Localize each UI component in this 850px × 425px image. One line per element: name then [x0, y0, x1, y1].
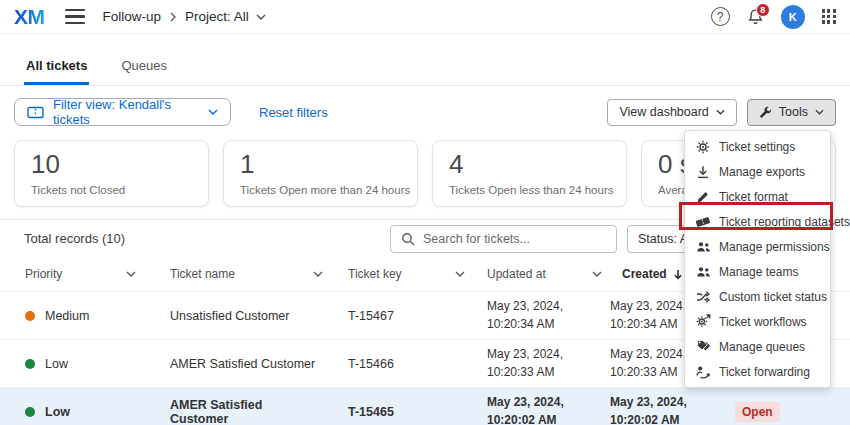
menu-item-ticket-workflows[interactable]: Ticket workflows [685, 309, 830, 334]
breadcrumb-section[interactable]: Follow-up [103, 9, 162, 24]
stat-value: 10 [31, 150, 192, 179]
chevron-down-icon[interactable] [126, 271, 136, 277]
stat-label: Tickets Open more than 24 hours [240, 184, 401, 196]
menu-item-label: Ticket reporting datasets [719, 215, 850, 229]
tools-label: Tools [779, 105, 808, 119]
column-label: Ticket key [348, 267, 402, 281]
column-header-updated-at[interactable]: Updated at [481, 267, 616, 281]
chevron-down-icon [208, 109, 218, 115]
wrench-icon [759, 106, 772, 119]
menu-item-label: Ticket settings [719, 140, 795, 154]
column-label: Created [622, 267, 667, 281]
ticket-tabs: All tickets Queues [0, 34, 850, 86]
column-label: Updated at [487, 267, 546, 281]
tab-queues[interactable]: Queues [119, 58, 169, 85]
chevron-down-icon[interactable] [455, 271, 465, 277]
search-input[interactable] [423, 232, 606, 246]
menu-item-label: Manage queues [719, 340, 805, 354]
search-icon [401, 232, 415, 246]
chevron-down-icon[interactable] [592, 271, 602, 277]
help-icon[interactable]: ? [711, 7, 730, 26]
updated-at-cell: May 23, 2024, 10:20:34 AM [481, 298, 604, 333]
menu-item-label: Ticket format [719, 190, 788, 204]
ticket-icon [27, 106, 44, 119]
stat-card-open-more-24h: 1 Tickets Open more than 24 hours [223, 140, 418, 207]
menu-item-label: Manage exports [719, 165, 805, 179]
chevron-down-icon [256, 14, 266, 20]
hamburger-menu-icon[interactable] [65, 9, 85, 24]
ticket-name-cell: Unsatisfied Customer [154, 309, 341, 323]
updated-at-cell: May 23, 2024, 10:20:33 AM [481, 346, 604, 381]
menu-item-label: Ticket forwarding [719, 365, 810, 379]
stat-card-open-less-24h: 4 Tickets Open less than 24 hours [432, 140, 627, 207]
tags-icon [695, 339, 711, 354]
people-icon [695, 239, 711, 254]
column-header-ticket-key[interactable]: Ticket key [341, 267, 481, 281]
shuffle-icon [695, 289, 711, 304]
status-cell: Open [727, 402, 836, 422]
gear-arrow-icon [695, 314, 711, 329]
sort-descending-icon [673, 269, 683, 280]
app-grid-icon[interactable] [822, 9, 836, 23]
stat-value: 1 [240, 150, 401, 179]
priority-cell: Medium [14, 309, 154, 323]
ticket-key-cell: T-15465 [341, 405, 481, 419]
priority-dot [25, 407, 35, 417]
ticket-name-cell: AMER Satisfied Customer [154, 357, 341, 371]
download-icon [695, 164, 711, 179]
menu-item-manage-queues[interactable]: Manage queues [685, 334, 830, 359]
stat-card-not-closed: 10 Tickets not Closed [14, 140, 209, 207]
column-header-priority[interactable]: Priority [14, 267, 154, 281]
breadcrumb: Follow-up Project: All [103, 9, 266, 24]
ticket-key-cell: T-15466 [341, 357, 481, 371]
ticket-key-cell: T-15467 [341, 309, 481, 323]
tab-all-tickets[interactable]: All tickets [24, 58, 89, 85]
search-box[interactable] [390, 225, 617, 253]
chevron-right-icon [170, 12, 176, 22]
chevron-down-icon [815, 109, 824, 115]
reset-filters-link[interactable]: Reset filters [259, 105, 328, 120]
avatar[interactable]: K [781, 5, 805, 29]
menu-item-manage-exports[interactable]: Manage exports [685, 159, 830, 184]
priority-label: Low [45, 405, 70, 419]
menu-item-custom-ticket-status[interactable]: Custom ticket status [685, 284, 830, 309]
menu-item-manage-permissions[interactable]: Manage permissions [685, 234, 830, 259]
filter-view-label: Filter view: Kendall's tickets [53, 97, 199, 127]
menu-item-ticket-forwarding[interactable]: Ticket forwarding [685, 359, 830, 384]
toolbar-buttons: View dashboard Tools [607, 99, 836, 126]
priority-cell: Low [14, 405, 154, 419]
priority-cell: Low [14, 357, 154, 371]
menu-item-ticket-reporting-datasets[interactable]: Ticket reporting datasets [685, 209, 830, 234]
gear-icon [695, 139, 711, 154]
menu-item-label: Manage permissions [719, 240, 830, 254]
column-label: Priority [25, 267, 62, 281]
menu-item-label: Custom ticket status [719, 290, 827, 304]
column-label: Ticket name [170, 267, 235, 281]
ticket-name-cell: AMER Satisfied Customer [154, 398, 341, 425]
priority-label: Low [45, 357, 68, 371]
column-header-ticket-name[interactable]: Ticket name [154, 267, 341, 281]
table-row-highlighted[interactable]: Low AMER Satisfied Customer T-15465 May … [0, 387, 850, 425]
menu-item-manage-teams[interactable]: Manage teams [685, 259, 830, 284]
topbar-actions: ? 8 K [711, 5, 836, 29]
menu-item-ticket-format[interactable]: Ticket format [685, 184, 830, 209]
person-forward-icon [695, 364, 711, 379]
menu-item-label: Ticket workflows [719, 315, 807, 329]
stat-label: Tickets Open less than 24 hours [449, 184, 610, 196]
tools-button[interactable]: Tools [747, 99, 836, 126]
priority-label: Medium [45, 309, 89, 323]
view-dashboard-button[interactable]: View dashboard [607, 99, 736, 126]
breadcrumb-project-label: Project: All [185, 9, 249, 24]
app-window: XM Follow-up Project: All ? [0, 0, 850, 425]
filter-toolbar: Filter view: Kendall's tickets Reset fil… [0, 86, 850, 136]
priority-dot [25, 359, 35, 369]
tools-dropdown-menu: Ticket settings Manage exports Ticket fo… [684, 130, 831, 388]
chevron-down-icon[interactable] [313, 271, 323, 277]
menu-item-ticket-settings[interactable]: Ticket settings [685, 134, 830, 159]
status-badge: Open [735, 402, 780, 422]
filter-view-dropdown[interactable]: Filter view: Kendall's tickets [14, 98, 231, 126]
pencil-icon [695, 189, 711, 204]
stat-value: 4 [449, 150, 610, 179]
breadcrumb-project-dropdown[interactable]: Project: All [185, 9, 266, 24]
notifications-button[interactable]: 8 [747, 8, 764, 26]
